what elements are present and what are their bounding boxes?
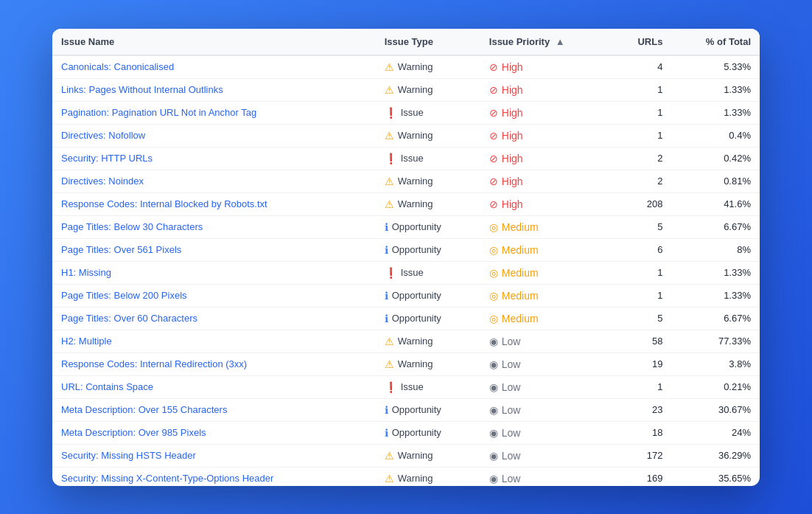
priority-high-icon: ⊘: [489, 153, 498, 164]
issue-type-cell: ❗ Issue: [376, 147, 480, 170]
warning-icon: ⚠: [385, 336, 394, 347]
opportunity-icon: ℹ: [385, 244, 388, 256]
issue-type-label: Issue: [401, 153, 424, 164]
warning-icon: ⚠: [385, 358, 394, 370]
issue-priority-cell: ◎ Medium: [480, 307, 612, 330]
issue-type-label: Warning: [398, 198, 433, 209]
urls-cell: 23: [612, 398, 671, 421]
issue-name-cell[interactable]: Security: Missing HSTS Header: [52, 444, 376, 467]
table-row: Directives: Noindex ⚠ Warning ⊘ High 2 0…: [52, 170, 760, 192]
issue-type-cell: ⚠ Warning: [376, 170, 480, 192]
issue-type-label: Warning: [398, 176, 433, 187]
issue-priority-label: High: [502, 61, 523, 73]
pct-cell: 0.4%: [671, 124, 760, 147]
issue-type-cell: ⚠ Warning: [376, 352, 480, 375]
urls-cell: 1: [612, 78, 671, 101]
issue-priority-cell: ◎ Medium: [480, 261, 612, 284]
urls-cell: 5: [612, 307, 671, 330]
table-header-row: Issue Name Issue Type Issue Priority ▲ U…: [52, 29, 760, 55]
issue-type-cell: ℹ Opportunity: [376, 215, 480, 238]
issue-name-cell[interactable]: Page Titles: Over 561 Pixels: [52, 238, 376, 261]
issue-name-cell[interactable]: Meta Description: Over 155 Characters: [52, 398, 376, 421]
issue-type-cell: ℹ Opportunity: [376, 307, 480, 330]
issue-priority-label: High: [502, 198, 523, 210]
warning-icon: ⚠: [385, 130, 394, 142]
priority-high-icon: ⊘: [489, 84, 498, 96]
table-container[interactable]: Issue Name Issue Type Issue Priority ▲ U…: [52, 29, 760, 486]
priority-medium-icon: ◎: [489, 290, 498, 302]
issue-name-cell[interactable]: Response Codes: Internal Redirection (3x…: [52, 352, 376, 375]
table-row: Directives: Nofollow ⚠ Warning ⊘ High 1 …: [52, 124, 760, 147]
issue-priority-label: Low: [502, 450, 521, 462]
pct-cell: 36.29%: [671, 444, 760, 467]
table-row: Links: Pages Without Internal Outlinks ⚠…: [52, 78, 760, 101]
priority-high-icon: ⊘: [489, 198, 498, 210]
priority-low-icon: ◉: [489, 473, 498, 485]
issue-type-cell: ℹ Opportunity: [376, 238, 480, 261]
table-row: Page Titles: Below 200 Pixels ℹ Opportun…: [52, 284, 760, 307]
issue-type-cell: ⚠ Warning: [376, 124, 480, 147]
main-window: Issue Name Issue Type Issue Priority ▲ U…: [52, 29, 760, 486]
issue-name-cell[interactable]: Page Titles: Below 30 Characters: [52, 215, 376, 238]
issue-name-cell[interactable]: H1: Missing: [52, 261, 376, 284]
issue-priority-cell: ⊘ High: [480, 124, 612, 147]
col-issue-type[interactable]: Issue Type: [376, 29, 480, 55]
issue-name-cell[interactable]: Directives: Nofollow: [52, 124, 376, 147]
issue-priority-cell: ⊘ High: [480, 55, 612, 79]
pct-cell: 30.67%: [671, 398, 760, 421]
issue-name-cell[interactable]: URL: Contains Space: [52, 375, 376, 398]
col-pct-total[interactable]: % of Total: [671, 29, 760, 55]
col-urls[interactable]: URLs: [612, 29, 671, 55]
table-row: URL: Contains Space ❗ Issue ◉ Low 1 0.21…: [52, 375, 760, 398]
table-body: Canonicals: Canonicalised ⚠ Warning ⊘ Hi…: [52, 55, 760, 486]
issue-name-cell[interactable]: Response Codes: Internal Blocked by Robo…: [52, 192, 376, 215]
issue-priority-label: Low: [502, 336, 521, 347]
issue-type-label: Opportunity: [392, 290, 441, 301]
issue-name-cell[interactable]: Meta Description: Over 985 Pixels: [52, 421, 376, 444]
issue-type-label: Warning: [398, 358, 433, 369]
issue-type-label: Warning: [398, 336, 433, 347]
urls-cell: 1: [612, 124, 671, 147]
issue-name-cell[interactable]: Security: HTTP URLs: [52, 147, 376, 170]
issue-name-cell[interactable]: Canonicals: Canonicalised: [52, 55, 376, 79]
issue-priority-cell: ◉ Low: [480, 467, 612, 486]
urls-cell: 1: [612, 101, 671, 124]
warning-icon: ⚠: [385, 198, 394, 210]
issue-priority-cell: ⊘ High: [480, 192, 612, 215]
issue-priority-label: High: [502, 107, 523, 119]
warning-icon: ⚠: [385, 450, 394, 462]
issue-type-label: Opportunity: [392, 313, 441, 324]
warning-icon: ⚠: [385, 84, 394, 96]
pct-cell: 6.67%: [671, 215, 760, 238]
issue-name-cell[interactable]: Security: Missing X-Content-Type-Options…: [52, 467, 376, 486]
urls-cell: 4: [612, 55, 671, 79]
issue-type-label: Opportunity: [392, 244, 441, 255]
issue-name-cell[interactable]: Page Titles: Below 200 Pixels: [52, 284, 376, 307]
issue-type-label: Warning: [398, 473, 433, 484]
table-row: Response Codes: Internal Blocked by Robo…: [52, 192, 760, 215]
urls-cell: 6: [612, 238, 671, 261]
issue-name-cell[interactable]: Page Titles: Over 60 Characters: [52, 307, 376, 330]
issue-type-cell: ⚠ Warning: [376, 192, 480, 215]
col-issue-name[interactable]: Issue Name: [52, 29, 376, 55]
pct-cell: 5.33%: [671, 55, 760, 79]
issue-name-cell[interactable]: H2: Multiple: [52, 330, 376, 352]
issue-name-cell[interactable]: Pagination: Pagination URL Not in Anchor…: [52, 101, 376, 124]
issue-type-cell: ⚠ Warning: [376, 444, 480, 467]
pct-cell: 6.67%: [671, 307, 760, 330]
col-issue-priority[interactable]: Issue Priority ▲: [480, 29, 612, 55]
urls-cell: 172: [612, 444, 671, 467]
issue-type-label: Warning: [398, 450, 433, 461]
issue-name-cell[interactable]: Directives: Noindex: [52, 170, 376, 192]
issue-priority-label: Medium: [502, 313, 539, 324]
pct-cell: 77.33%: [671, 330, 760, 352]
opportunity-icon: ℹ: [385, 290, 388, 302]
urls-cell: 208: [612, 192, 671, 215]
issue-type-label: Warning: [398, 130, 433, 141]
issue-priority-label: High: [502, 130, 523, 142]
issue-name-cell[interactable]: Links: Pages Without Internal Outlinks: [52, 78, 376, 101]
priority-medium-icon: ◎: [489, 221, 498, 233]
issue-type-cell: ❗ Issue: [376, 375, 480, 398]
pct-cell: 1.33%: [671, 101, 760, 124]
table-row: Page Titles: Over 60 Characters ℹ Opport…: [52, 307, 760, 330]
